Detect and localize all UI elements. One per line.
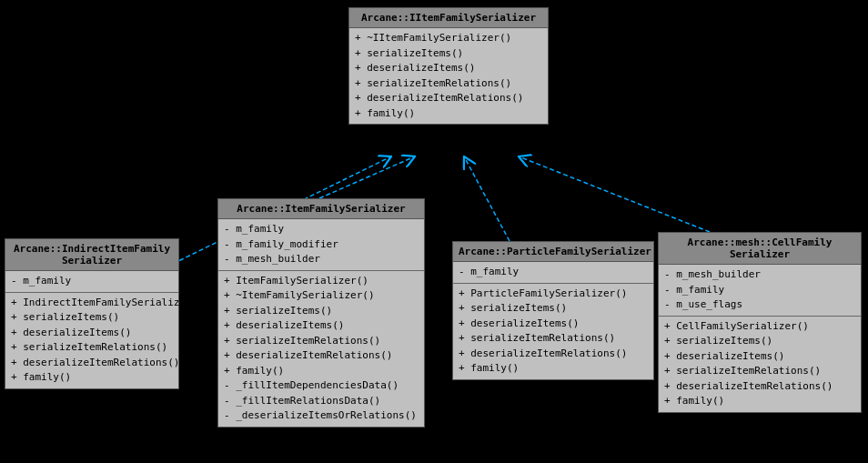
indirect-item-family-serializer-methods: + IndirectItemFamilySerializer() + seria… xyxy=(5,293,178,388)
item-family-serializer-fields: - m_family - m_family_modifier - m_mesh_… xyxy=(218,219,424,271)
svg-line-0 xyxy=(319,156,415,198)
item-family-serializer-box: Arcane::ItemFamilySerializer - m_family … xyxy=(217,198,425,428)
cell-family-serializer-box: Arcane::mesh::CellFamilySerializer - m_m… xyxy=(658,232,862,413)
iitem-family-serializer-box: Arcane::IItemFamilySerializer + ~IItemFa… xyxy=(348,7,549,125)
svg-line-3 xyxy=(519,156,710,232)
iitem-family-serializer-title: Arcane::IItemFamilySerializer xyxy=(349,8,548,28)
particle-family-serializer-box: Arcane::ParticleFamilySerializer - m_fam… xyxy=(452,241,654,380)
cell-family-serializer-fields: - m_mesh_builder - m_family - m_use_flag… xyxy=(659,265,861,317)
indirect-item-family-serializer-title: Arcane::IndirectItemFamilySerializer xyxy=(5,239,178,271)
svg-line-2 xyxy=(464,156,510,241)
particle-family-serializer-title: Arcane::ParticleFamilySerializer xyxy=(453,242,653,262)
particle-family-serializer-fields: - m_family xyxy=(453,262,653,284)
cell-family-serializer-methods: + CellFamilySerializer() + serializeItem… xyxy=(659,317,861,412)
cell-family-serializer-title: Arcane::mesh::CellFamilySerializer xyxy=(659,233,861,265)
indirect-item-family-serializer-box: Arcane::IndirectItemFamilySerializer - m… xyxy=(5,238,179,389)
indirect-item-family-serializer-fields: - m_family xyxy=(5,271,178,293)
iitem-family-serializer-methods: + ~IItemFamilySerializer() + serializeIt… xyxy=(349,28,548,124)
particle-family-serializer-methods: + ParticleFamilySerializer() + serialize… xyxy=(453,284,653,379)
item-family-serializer-methods: + ItemFamilySerializer() + ~ItemFamilySe… xyxy=(218,271,424,427)
item-family-serializer-title: Arcane::ItemFamilySerializer xyxy=(218,199,424,219)
